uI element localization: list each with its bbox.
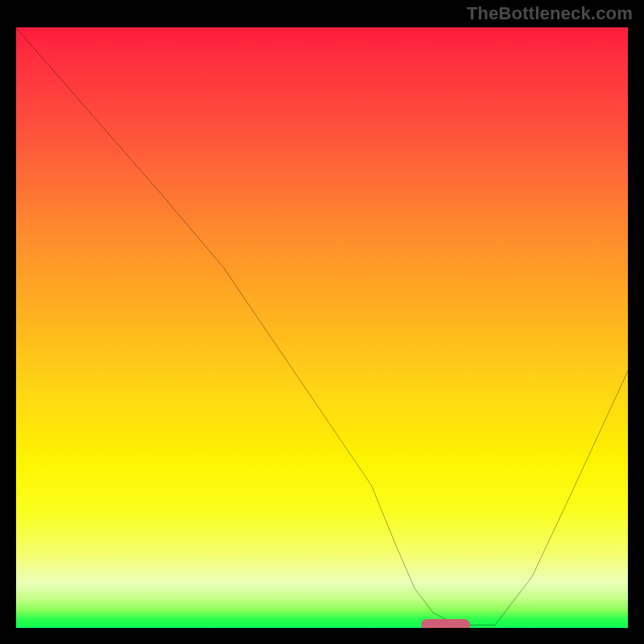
plot-border [13,628,631,631]
plot-border [628,24,631,631]
chart-frame: TheBottleneck.com [0,0,644,644]
bottleneck-curve [13,24,631,631]
watermark-text: TheBottleneck.com [467,3,633,24]
curve-path [13,24,631,625]
plot-border [13,24,631,27]
plot-area [13,24,631,631]
plot-border [13,24,16,631]
